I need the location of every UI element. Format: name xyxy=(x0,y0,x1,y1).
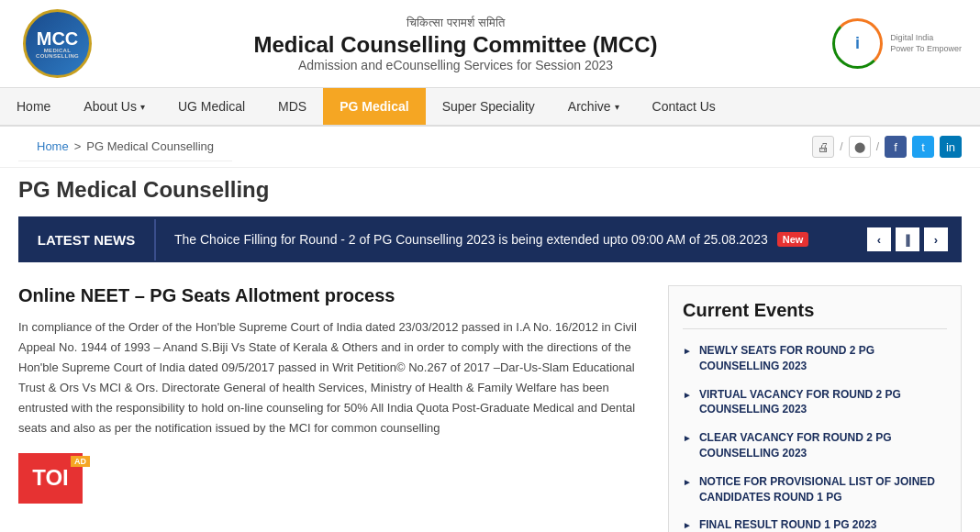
content-left: Online NEET – PG Seats Allotment process… xyxy=(18,285,668,532)
header-hindi: चिकित्सा परामर्श समिति xyxy=(96,16,815,30)
arrow-icon-2: ► xyxy=(683,390,692,400)
latest-news-content: The Choice Filling for Round - 2 of PG C… xyxy=(156,232,853,247)
digital-india-icon: i xyxy=(832,18,883,69)
latest-news-text: The Choice Filling for Round - 2 of PG C… xyxy=(174,232,768,247)
event-text-3: CLEAR VACANCY FOR ROUND 2 PG COUNSELLING… xyxy=(699,430,947,461)
arrow-icon-4: ► xyxy=(683,477,692,487)
header-title: Medical Counselling Committee (MCC) xyxy=(96,32,815,58)
event-item-1[interactable]: ► NEWLY SEATS FOR ROUND 2 PG COUNSELLING… xyxy=(683,343,947,374)
linkedin-icon[interactable]: in xyxy=(940,136,962,158)
breadcrumb: Home > PG Medical Counselling xyxy=(18,132,232,161)
news-pause-button[interactable]: ‖ xyxy=(896,227,919,251)
chevron-down-icon-2: ▾ xyxy=(615,102,619,112)
event-text-2: VIRTUAL VACANCY FOR ROUND 2 PG COUNSELLI… xyxy=(699,387,947,418)
nav-archive[interactable]: Archive ▾ xyxy=(551,88,636,125)
breadcrumb-home[interactable]: Home xyxy=(37,139,69,153)
page-title-section: PG Medical Counselling xyxy=(0,168,980,207)
arrow-icon-3: ► xyxy=(683,433,692,443)
nav-mds[interactable]: MDS xyxy=(262,88,323,125)
arrow-icon-1: ► xyxy=(683,346,692,356)
new-badge: New xyxy=(777,232,809,247)
header: MCC MEDICAL COUNSELLING चिकित्सा परामर्श… xyxy=(0,0,980,88)
mcc-logo: MCC MEDICAL COUNSELLING xyxy=(23,9,92,78)
event-text-1: NEWLY SEATS FOR ROUND 2 PG COUNSELLING 2… xyxy=(699,343,947,374)
header-center: चिकित्सा परामर्श समिति Medical Counselli… xyxy=(96,16,815,72)
mcc-logo-container: MCC MEDICAL COUNSELLING xyxy=(18,9,96,78)
event-item-4[interactable]: ► NOTICE FOR PROVISIONAL LIST OF JOINED … xyxy=(683,474,947,505)
main-content: Online NEET – PG Seats Allotment process… xyxy=(0,272,980,532)
print-icon[interactable]: 🖨 xyxy=(812,136,834,158)
event-item-5[interactable]: ► FINAL RESULT ROUND 1 PG 2023 (MD/MS/DI… xyxy=(683,517,947,532)
nav-ug-medical[interactable]: UG Medical xyxy=(161,88,262,125)
toi-text: TOI xyxy=(32,465,69,491)
news-controls: ‹ ‖ › xyxy=(853,227,962,251)
nav-contact-us[interactable]: Contact Us xyxy=(636,88,732,125)
event-text-4: NOTICE FOR PROVISIONAL LIST OF JOINED CA… xyxy=(699,474,947,505)
toi-tag: AD xyxy=(71,456,90,467)
facebook-icon[interactable]: f xyxy=(885,136,907,158)
news-prev-button[interactable]: ‹ xyxy=(867,227,891,251)
nav-about-us[interactable]: About Us ▾ xyxy=(67,88,161,125)
event-text-5: FINAL RESULT ROUND 1 PG 2023 (MD/MS/DIPL… xyxy=(699,517,947,532)
article-title: Online NEET – PG Seats Allotment process xyxy=(18,285,650,306)
page-title: PG Medical Counselling xyxy=(18,177,962,203)
nav-home[interactable]: Home xyxy=(0,88,67,125)
twitter-icon[interactable]: t xyxy=(912,136,934,158)
breadcrumb-current: PG Medical Counselling xyxy=(86,139,214,153)
current-events-panel: Current Events ► NEWLY SEATS FOR ROUND 2… xyxy=(668,285,962,532)
nav-pg-medical[interactable]: PG Medical xyxy=(323,88,425,125)
digital-india-logo: i Digital India Power To Empower xyxy=(815,18,962,69)
article-body: In compliance of the Order of the Hon'bl… xyxy=(18,317,650,439)
arrow-icon-5: ► xyxy=(683,520,692,530)
toi-banner[interactable]: TOI AD xyxy=(18,453,83,504)
digital-india-text: Digital India Power To Empower xyxy=(890,33,962,54)
navbar: Home About Us ▾ UG Medical MDS PG Medica… xyxy=(0,88,980,127)
news-next-button[interactable]: › xyxy=(924,227,948,251)
breadcrumb-separator: > xyxy=(74,139,82,153)
header-subtitle: Admission and eCounselling Services for … xyxy=(96,58,815,72)
chevron-down-icon: ▾ xyxy=(140,102,145,112)
breadcrumb-row: Home > PG Medical Counselling 🖨 / ⬤ / f … xyxy=(0,127,980,168)
event-item-2[interactable]: ► VIRTUAL VACANCY FOR ROUND 2 PG COUNSEL… xyxy=(683,387,947,418)
latest-news-label: LATEST NEWS xyxy=(18,219,156,260)
event-item-3[interactable]: ► CLEAR VACANCY FOR ROUND 2 PG COUNSELLI… xyxy=(683,430,947,461)
latest-news-bar: LATEST NEWS The Choice Filling for Round… xyxy=(18,216,962,262)
nav-super-speciality[interactable]: Super Speciality xyxy=(426,88,551,125)
current-events-title: Current Events xyxy=(683,300,947,329)
share-icon[interactable]: ⬤ xyxy=(849,136,871,158)
share-icons: 🖨 / ⬤ / f t in xyxy=(812,136,962,158)
